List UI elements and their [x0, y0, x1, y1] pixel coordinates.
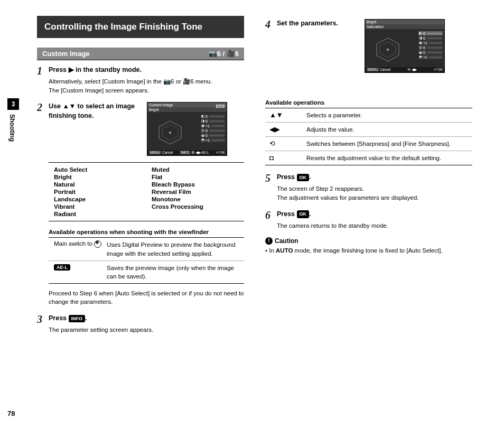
step-4: 4 Set the parameters. Bright Saturation … — [265, 19, 472, 73]
video-icon: 🎥 — [227, 50, 235, 58]
left-column: Controlling the Image Finishing Tone Cus… — [37, 16, 244, 342]
step-body: The parameter setting screen appears. — [49, 325, 244, 334]
ops-desc: Resets the adjustment value to the defau… — [306, 154, 471, 162]
ops-desc: Selects a parameter. — [306, 111, 471, 119]
right-arrow-icon: ▶ — [69, 66, 74, 73]
ok-button-icon: OK — [297, 210, 310, 218]
step-title: Press OK. — [277, 210, 472, 219]
svg-point-2 — [169, 132, 171, 134]
camera-icon: 📷 — [209, 50, 217, 58]
lcd-param-list: ◐0 ◑0 ◉+1 ◎0 ◒0 ◓+1 — [418, 31, 443, 60]
step-2: 2 Use ▲▼ to select an image finishing to… — [37, 102, 244, 306]
page-number: 78 — [7, 410, 15, 417]
info-button-icon: INFO — [69, 315, 86, 323]
lcd-screenshot-parameters: Bright Saturation ◐0 ◑0 ◉+1 ◎0 ◒0 ◓+1 — [365, 19, 445, 73]
step-title: Set the parameters. — [277, 19, 356, 29]
lcd-title: Custom Image — [147, 103, 227, 107]
ops-desc: Adjusts the value. — [306, 125, 471, 134]
ael-button-icon: AE-L — [54, 264, 70, 271]
section-title: Controlling the Image Finishing Tone — [37, 16, 244, 38]
step-body: Alternatively, select [Custom Image] in … — [49, 77, 244, 95]
subsection-label: Custom Image — [42, 50, 90, 58]
ops-key: ◀▶ — [266, 125, 306, 134]
preview-switch-icon — [94, 240, 101, 248]
table-row: ◀▶Adjusts the value. — [265, 122, 472, 136]
step-number: 3 — [37, 314, 45, 324]
lcd-subtitle: Bright — [147, 107, 227, 112]
table-row: ⟲Switches between [Sharpness] and [Fine … — [265, 136, 472, 151]
ops-key: AE-L — [50, 264, 107, 281]
tone-item: Natural — [49, 181, 146, 188]
step-title: Press OK. — [277, 173, 472, 182]
step-body: The screen of Step 2 reappears. The adju… — [277, 184, 472, 202]
step-title: Press ▶ in the standby mode. — [49, 66, 244, 75]
tone-item: Flat — [146, 173, 244, 181]
ops-table-viewfinder: Main switch to Uses Digital Preview to p… — [49, 237, 244, 283]
hexagon-icon — [157, 119, 183, 146]
ok-button-icon: OK — [297, 174, 310, 182]
lcd-bottom-bar: MENU Cancel ⟲ ◀▶ ⏎ OK — [365, 67, 444, 72]
table-row: ▲▼Selects a parameter. — [265, 108, 472, 122]
step-1: 1 Press ▶ in the standby mode. Alternati… — [37, 66, 244, 95]
step-number: 6 — [265, 210, 274, 220]
ops-key: ▲▼ — [266, 111, 306, 119]
step-number: 2 — [37, 102, 45, 113]
tone-list: Auto SelectBrightNaturalPortraitLandscap… — [49, 162, 244, 221]
step-3: 3 Press INFO. The parameter setting scre… — [37, 314, 244, 334]
tone-item: Auto Select — [49, 166, 146, 173]
caution-body: • In AUTO mode, the image finishing tone… — [265, 246, 472, 255]
chapter-label: Shooting — [8, 114, 16, 142]
ops-key: ◘ — [266, 154, 306, 162]
step-number: 4 — [265, 19, 274, 30]
caution-heading: ! Caution — [265, 237, 472, 245]
lcd-title: Bright — [365, 20, 444, 24]
tone-item: Bright — [49, 173, 146, 181]
ops-desc: Saves the preview image (only when the i… — [107, 264, 243, 281]
svg-point-5 — [387, 49, 389, 51]
ops-table-params: ▲▼Selects a parameter.◀▶Adjusts the valu… — [265, 108, 472, 165]
ops-desc: Uses Digital Preview to preview the back… — [107, 240, 243, 257]
table-row: ◘Resets the adjustment value to the defa… — [265, 151, 472, 165]
table-row: Main switch to Uses Digital Preview to p… — [49, 238, 244, 260]
lcd-subtitle: Saturation — [365, 24, 444, 29]
subsection-bar: Custom Image 📷6 / 🎥6 — [37, 48, 244, 60]
camera-icon: 📷 — [163, 78, 171, 85]
tone-item: Vibrant — [49, 203, 146, 210]
step-note: Proceed to Step 6 when [Auto Select] is … — [49, 289, 244, 306]
step-title: Press INFO. — [49, 314, 244, 323]
tone-item: Cross Processing — [146, 203, 244, 210]
tone-item: Bleach Bypass — [146, 181, 244, 188]
video-icon: 🎥 — [183, 78, 190, 85]
step-title: Use ▲▼ to select an image finishing tone… — [49, 102, 138, 120]
step-body: The camera returns to the standby mode. — [277, 221, 472, 230]
chapter-tab: 3 — [7, 98, 19, 110]
lcd-param-list: ◐0 ◑0 ◉+1 ◎0 ◒0 ◓+1 — [201, 114, 225, 143]
step-5: 5 Press OK. The screen of Step 2 reappea… — [265, 173, 472, 202]
caution-icon: ! — [265, 237, 273, 245]
table-row: AE-L Saves the preview image (only when … — [49, 260, 244, 283]
ops-key: ⟲ — [266, 139, 306, 148]
subsection-menu-ref: 📷6 / 🎥6 — [209, 50, 239, 58]
auto-mode-label: AUTO — [276, 247, 293, 254]
tone-item: Monotone — [146, 196, 244, 203]
tone-item: Landscape — [49, 196, 146, 203]
right-column: 4 Set the parameters. Bright Saturation … — [265, 16, 472, 342]
step-number: 1 — [37, 66, 45, 76]
ops-heading-2: Available operations — [265, 99, 472, 106]
hexagon-icon — [375, 36, 401, 63]
ops-heading: Available operations when shooting with … — [49, 229, 244, 235]
tone-item: Muted — [146, 166, 244, 173]
tone-item: Radiant — [49, 210, 146, 218]
lcd-bottom-bar: MENU Cancel INFO ⚙ ◀▶ AE-L ⏎ OK — [147, 150, 227, 155]
step-number: 5 — [265, 173, 274, 183]
lcd-auto-badge: Auto — [216, 105, 225, 108]
ops-key: Main switch to — [50, 240, 107, 257]
step-6: 6 Press OK. The camera returns to the st… — [265, 210, 472, 230]
ops-desc: Switches between [Sharpness] and [Fine S… — [306, 139, 471, 148]
lcd-screenshot-custom-image: Custom Image Bright Auto ◐0 ◑0 ◉+1 ◎0 ◒0… — [147, 102, 227, 156]
tone-item: Portrait — [49, 188, 146, 196]
tone-item: Reversal Film — [146, 188, 244, 196]
